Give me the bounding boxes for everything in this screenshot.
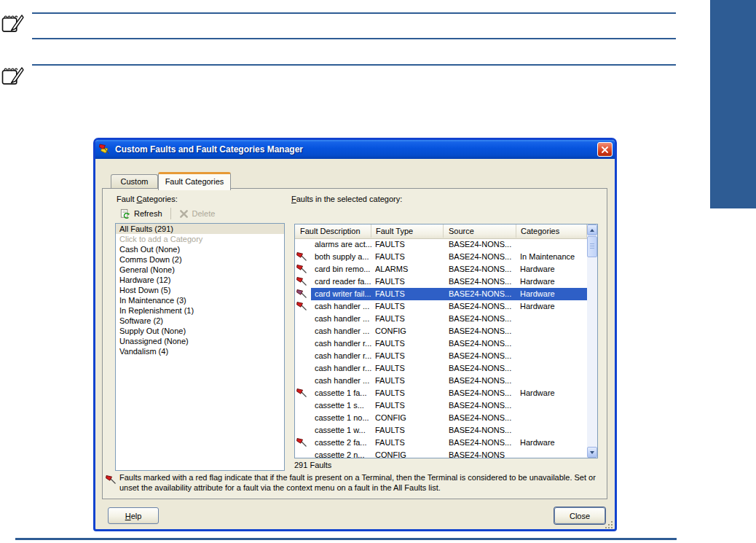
tab-custom-faults[interactable]: Custom Faults xyxy=(111,174,158,188)
cell-source: BASE24-NONS... xyxy=(449,263,519,276)
table-row[interactable]: cash handler r...FAULTSBASE24-NONS... xyxy=(295,350,587,362)
red-flag-icon xyxy=(296,276,311,287)
table-row[interactable]: cassette 1 w...FAULTSBASE24-NONS... xyxy=(295,424,587,437)
table-row[interactable]: cash handler ...FAULTSBASE24-NONS... xyxy=(295,313,587,325)
vertical-scrollbar[interactable] xyxy=(587,224,597,458)
cell-fault-type: FAULTS xyxy=(375,350,446,362)
cell-categories xyxy=(520,449,587,458)
refresh-document-icon xyxy=(119,208,130,219)
category-list-item[interactable]: Supply Out (None) xyxy=(116,326,284,336)
table-row[interactable]: cassette 2 n...CONFIGBASE24-NONS xyxy=(295,449,587,458)
cell-fault-description: cash handler r... xyxy=(315,337,374,350)
category-list-item[interactable]: General (None) xyxy=(116,265,284,275)
delete-button[interactable]: Delete xyxy=(175,206,220,221)
table-row[interactable]: both supply a...FAULTSBASE24-NONS...In M… xyxy=(295,251,587,263)
row-band: cash handler ...FAULTSBASE24-NONS...Hard… xyxy=(311,300,587,313)
refresh-label: Refresh xyxy=(134,209,162,218)
category-list-item[interactable]: Unassigned (None) xyxy=(116,336,284,346)
flag-column-empty xyxy=(296,375,311,386)
category-list-item[interactable]: Vandalism (4) xyxy=(116,346,284,356)
row-band: cash handler r...FAULTSBASE24-NONS... xyxy=(311,350,587,362)
cell-source: BASE24-NONS... xyxy=(449,387,519,399)
scroll-up-button[interactable] xyxy=(587,224,597,235)
red-flag-icon xyxy=(296,437,311,448)
scroll-down-button[interactable] xyxy=(587,447,597,458)
cell-fault-type: FAULTS xyxy=(375,313,446,325)
column-header-source[interactable]: Source xyxy=(444,224,516,238)
table-row[interactable]: cash handler ...FAULTSBASE24-NONS...Hard… xyxy=(295,300,587,313)
table-row[interactable]: card bin remo...ALARMSBASE24-NONS...Hard… xyxy=(295,263,587,276)
table-row[interactable]: cash handler ...FAULTSBASE24-NONS... xyxy=(295,375,587,387)
cell-fault-description: cassette 2 fa... xyxy=(315,437,374,449)
cell-source: BASE24-NONS... xyxy=(449,238,519,251)
table-row[interactable]: cash handler r...FAULTSBASE24-NONS... xyxy=(295,362,587,375)
row-band: cash handler ...CONFIGBASE24-NONS... xyxy=(311,325,587,337)
cell-categories xyxy=(520,412,587,424)
table-row[interactable]: cash handler ...CONFIGBASE24-NONS... xyxy=(295,325,587,337)
cell-categories xyxy=(520,313,587,325)
red-yellow-flags-icon xyxy=(99,144,111,155)
cell-categories xyxy=(520,238,587,251)
delete-label: Delete xyxy=(192,209,216,218)
category-list-item[interactable]: Hardware (12) xyxy=(116,275,284,285)
dialog-titlebar[interactable]: Custom Faults and Fault Categories Manag… xyxy=(95,140,615,159)
arrow-up-icon xyxy=(590,229,594,232)
table-row[interactable]: alarms are act...FAULTSBASE24-NONS... xyxy=(295,238,587,251)
table-row[interactable]: cassette 2 fa...FAULTSBASE24-NONS...Hard… xyxy=(295,437,587,449)
column-header-fault-type[interactable]: Fault Type xyxy=(371,224,444,238)
cell-categories: Hardware xyxy=(520,387,587,399)
category-list[interactable]: All Faults (291)Click to add a CategoryC… xyxy=(115,223,285,471)
dialog-title: Custom Faults and Fault Categories Manag… xyxy=(115,144,303,155)
table-row[interactable]: cassette 1 s...FAULTSBASE24-NONS... xyxy=(295,399,587,412)
help-button[interactable]: Help xyxy=(108,507,159,524)
category-toolbar: Refresh Delete xyxy=(115,206,219,221)
close-button[interactable]: Close xyxy=(554,507,605,524)
category-list-item[interactable]: All Faults (291) xyxy=(116,224,284,234)
category-list-item[interactable]: Comms Down (2) xyxy=(116,254,284,265)
column-header-categories[interactable]: Categories xyxy=(516,224,587,238)
category-list-item[interactable]: Host Down (5) xyxy=(116,285,284,295)
cell-fault-description: cassette 1 no... xyxy=(315,412,374,424)
row-band: card bin remo...ALARMSBASE24-NONS...Hard… xyxy=(311,263,587,276)
cell-fault-description: cash handler r... xyxy=(315,350,374,362)
category-list-item[interactable]: In Replenishment (1) xyxy=(116,305,284,316)
flag-column-empty xyxy=(296,363,311,374)
cell-fault-type: FAULTS xyxy=(375,424,446,437)
tab-fault-categories[interactable]: Fault Categories xyxy=(158,172,231,190)
row-band: alarms are act...FAULTSBASE24-NONS... xyxy=(311,238,587,251)
close-window-button[interactable] xyxy=(597,142,613,157)
refresh-button[interactable]: Refresh xyxy=(115,206,167,221)
table-header: Fault Description Fault Type Source Cate… xyxy=(295,224,587,239)
category-list-item[interactable]: Software (2) xyxy=(116,316,284,326)
custom-faults-dialog: Custom Faults and Fault Categories Manag… xyxy=(93,138,617,531)
cell-categories: In Maintenance xyxy=(520,251,587,263)
column-header-fault-description[interactable]: Fault Description xyxy=(295,224,371,238)
cell-fault-description: card writer fail... xyxy=(315,288,374,300)
red-flag-icon xyxy=(296,388,311,399)
cell-categories xyxy=(520,424,587,437)
cell-fault-description: cassette 2 n... xyxy=(315,449,374,458)
category-list-item[interactable]: Cash Out (None) xyxy=(116,244,284,254)
table-row[interactable]: card writer fail...FAULTSBASE24-NONS...H… xyxy=(295,288,587,300)
row-band: cassette 1 s...FAULTSBASE24-NONS... xyxy=(311,399,587,412)
cell-fault-type: CONFIG xyxy=(375,412,446,424)
cell-source: BASE24-NONS... xyxy=(449,350,519,362)
scrollbar-thumb[interactable] xyxy=(587,236,597,257)
cell-fault-type: FAULTS xyxy=(375,437,446,449)
category-list-item[interactable]: Click to add a Category xyxy=(116,234,284,244)
category-list-item[interactable]: In Maintenance (3) xyxy=(116,295,284,305)
red-flag-icon xyxy=(296,264,311,275)
divider-line xyxy=(32,64,676,66)
cell-categories xyxy=(520,337,587,350)
cell-fault-type: FAULTS xyxy=(375,337,446,350)
resize-grip[interactable] xyxy=(605,521,613,529)
flag-column-empty xyxy=(296,326,311,337)
cell-source: BASE24-NONS... xyxy=(449,313,519,325)
table-row[interactable]: cassette 1 fa...FAULTSBASE24-NONS...Hard… xyxy=(295,387,587,399)
table-row[interactable]: cassette 1 no...CONFIGBASE24-NONS... xyxy=(295,412,587,424)
table-row[interactable]: card reader fa...FAULTSBASE24-NONS...Har… xyxy=(295,276,587,288)
fault-count-label: 291 Faults xyxy=(294,461,331,469)
cell-fault-type: FAULTS xyxy=(375,276,446,288)
row-band: cassette 1 no...CONFIGBASE24-NONS... xyxy=(311,412,587,424)
table-row[interactable]: cash handler r...FAULTSBASE24-NONS... xyxy=(295,337,587,350)
